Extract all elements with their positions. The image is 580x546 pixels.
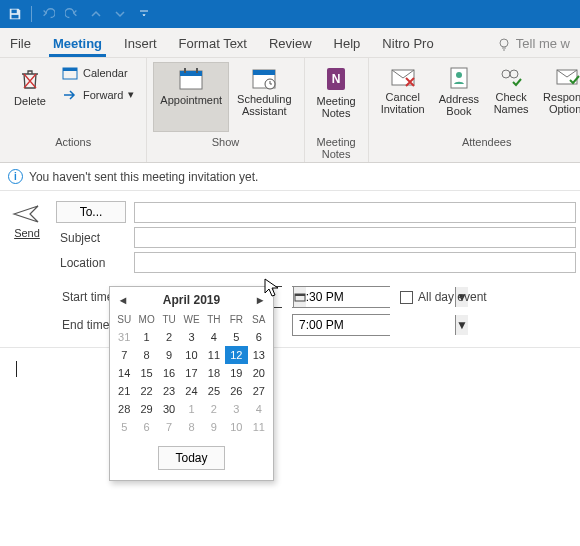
calendar-day[interactable]: 21 (113, 382, 135, 400)
subject-label: Subject (56, 231, 126, 245)
calendar-day[interactable]: 30 (158, 400, 180, 418)
to-button[interactable]: To... (56, 201, 126, 223)
svg-rect-4 (63, 68, 77, 71)
calendar-day[interactable]: 8 (135, 346, 157, 364)
calendar-button[interactable]: Calendar (58, 64, 138, 82)
delete-button[interactable]: Delete (6, 62, 54, 132)
calendar-day[interactable]: 7 (113, 346, 135, 364)
redo-icon[interactable] (61, 3, 83, 25)
to-field[interactable] (134, 202, 576, 223)
calendar-day[interactable]: 6 (248, 328, 270, 346)
calendar-dow: TU (158, 311, 180, 328)
calendar-day[interactable]: 26 (225, 382, 247, 400)
calendar-day[interactable]: 4 (248, 400, 270, 418)
calendar-day[interactable]: 14 (113, 364, 135, 382)
calendar-day[interactable]: 20 (248, 364, 270, 382)
calendar-day[interactable]: 10 (225, 418, 247, 436)
undo-icon[interactable] (37, 3, 59, 25)
tab-meeting[interactable]: Meeting (49, 31, 106, 57)
calendar-day[interactable]: 9 (203, 418, 225, 436)
calendar-day[interactable]: 18 (203, 364, 225, 382)
cancel-invitation-button[interactable]: Cancel Invitation (375, 62, 431, 132)
calendar-day[interactable]: 2 (203, 400, 225, 418)
group-label-show: Show (212, 136, 240, 148)
svg-point-2 (500, 39, 508, 47)
calendar-day[interactable]: 28 (113, 400, 135, 418)
qat-more-icon[interactable] (133, 3, 155, 25)
appointment-button[interactable]: Appointment (153, 62, 229, 132)
calendar-day[interactable]: 24 (180, 382, 202, 400)
ribbon: Delete Calendar Forward ▾ Actions Appoin… (0, 58, 580, 163)
chevron-down-icon: ▾ (128, 88, 134, 101)
date-picker-popup: ◂ April 2019 ▸ SUMOTUWETHFRSA31123456789… (109, 286, 274, 481)
calendar-day[interactable]: 31 (113, 328, 135, 346)
message-body[interactable] (0, 348, 580, 389)
calendar-day[interactable]: 12 (225, 346, 247, 364)
end-time-input[interactable] (293, 315, 455, 335)
prev-month-button[interactable]: ◂ (116, 293, 130, 307)
mouse-cursor-icon (264, 278, 280, 298)
calendar-day[interactable]: 15 (135, 364, 157, 382)
address-book-button[interactable]: Address Book (433, 62, 485, 132)
calendar-day[interactable]: 29 (135, 400, 157, 418)
ribbon-tabs: File Meeting Insert Format Text Review H… (0, 28, 580, 58)
tab-file[interactable]: File (6, 31, 35, 57)
tab-nitro[interactable]: Nitro Pro (378, 31, 437, 57)
calendar-day[interactable]: 11 (248, 418, 270, 436)
calendar-day[interactable]: 17 (180, 364, 202, 382)
calendar-day[interactable]: 3 (180, 328, 202, 346)
calendar-day[interactable]: 9 (158, 346, 180, 364)
delete-label: Delete (14, 95, 46, 107)
end-time-dropdown[interactable]: ▼ (455, 315, 468, 335)
tab-insert[interactable]: Insert (120, 31, 161, 57)
start-date-dropdown[interactable] (293, 287, 306, 307)
subject-field[interactable] (134, 227, 576, 248)
cancel-label: Cancel Invitation (381, 91, 425, 115)
meeting-form: Send To... Subject Location Start time (0, 191, 580, 348)
calendar-day[interactable]: 11 (203, 346, 225, 364)
send-button[interactable]: Send (4, 199, 50, 275)
calendar-dow: FR (225, 311, 247, 328)
calendar-day[interactable]: 16 (158, 364, 180, 382)
calendar-day[interactable]: 6 (135, 418, 157, 436)
location-field[interactable] (134, 252, 576, 273)
all-day-checkbox[interactable]: All day event (400, 290, 487, 304)
calendar-day[interactable]: 13 (248, 346, 270, 364)
tell-me[interactable]: Tell me w (493, 31, 574, 57)
meeting-notes-label: Meeting Notes (317, 95, 356, 119)
calendar-day[interactable]: 3 (225, 400, 247, 418)
calendar-day[interactable]: 22 (135, 382, 157, 400)
svg-rect-10 (253, 70, 275, 75)
info-icon: i (8, 169, 23, 184)
tab-format-text[interactable]: Format Text (175, 31, 251, 57)
calendar-day[interactable]: 4 (203, 328, 225, 346)
calendar-day[interactable]: 8 (180, 418, 202, 436)
calendar-day[interactable]: 7 (158, 418, 180, 436)
forward-button[interactable]: Forward ▾ (58, 86, 138, 103)
calendar-day[interactable]: 1 (180, 400, 202, 418)
start-time-field[interactable]: ▼ (292, 286, 390, 308)
tab-review[interactable]: Review (265, 31, 316, 57)
calendar-day[interactable]: 27 (248, 382, 270, 400)
check-names-button[interactable]: Check Names (487, 62, 535, 132)
calendar-day[interactable]: 2 (158, 328, 180, 346)
calendar-day[interactable]: 19 (225, 364, 247, 382)
calendar-icon (294, 292, 306, 302)
tab-help[interactable]: Help (330, 31, 365, 57)
save-icon[interactable] (4, 3, 26, 25)
meeting-notes-button[interactable]: N Meeting Notes (311, 62, 362, 132)
calendar-day[interactable]: 23 (158, 382, 180, 400)
svg-point-18 (510, 70, 518, 78)
calendar-day[interactable]: 5 (113, 418, 135, 436)
response-options-button[interactable]: Response Options (537, 62, 580, 132)
calendar-day[interactable]: 25 (203, 382, 225, 400)
end-time-field[interactable]: ▼ (292, 314, 390, 336)
calendar-month-label: April 2019 (163, 293, 220, 307)
calendar-day[interactable]: 1 (135, 328, 157, 346)
scheduling-button[interactable]: Scheduling Assistant (231, 62, 297, 132)
bulb-icon (497, 37, 511, 51)
today-button[interactable]: Today (158, 446, 224, 470)
group-attendees: Cancel Invitation Address Book Check Nam… (369, 58, 580, 162)
calendar-day[interactable]: 10 (180, 346, 202, 364)
calendar-day[interactable]: 5 (225, 328, 247, 346)
